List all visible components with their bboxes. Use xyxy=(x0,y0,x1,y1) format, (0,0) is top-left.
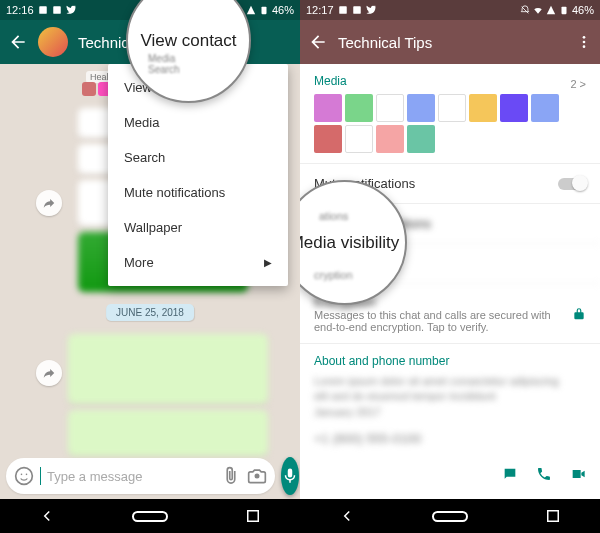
svg-rect-7 xyxy=(339,6,347,14)
svg-rect-0 xyxy=(39,6,47,14)
media-label: Media xyxy=(314,74,347,88)
signal-icon xyxy=(546,5,556,15)
left-screenshot: 12:16 46% Technical Tips Healthy Living xyxy=(0,0,300,533)
call-icon[interactable] xyxy=(536,466,552,482)
about-section: About and phone number Lorem ipsum dolor… xyxy=(300,344,600,458)
image-icon xyxy=(338,5,348,15)
about-label: About and phone number xyxy=(314,354,586,368)
svg-rect-8 xyxy=(353,6,361,14)
svg-rect-6 xyxy=(248,511,259,522)
menu-more[interactable]: More▶ xyxy=(108,245,288,280)
menu-mute[interactable]: Mute notifications xyxy=(108,175,288,210)
battery-icon xyxy=(259,5,269,15)
status-bar: 12:17 46% xyxy=(300,0,600,20)
nav-bar xyxy=(300,499,600,533)
image-icon xyxy=(38,5,48,15)
mute-toggle[interactable] xyxy=(558,178,586,190)
svg-point-4 xyxy=(21,474,23,476)
svg-rect-1 xyxy=(53,6,61,14)
battery-percent: 46% xyxy=(272,4,294,16)
battery-percent: 46% xyxy=(572,4,594,16)
status-time: 12:16 xyxy=(6,4,34,16)
about-text: Lorem ipsum dolor sit amet consectetur a… xyxy=(314,374,586,420)
nav-back-icon[interactable] xyxy=(38,507,56,525)
chevron-right-icon: ▶ xyxy=(264,257,272,268)
message-icon[interactable] xyxy=(502,466,518,482)
video-icon[interactable] xyxy=(570,466,586,482)
nav-recent-icon[interactable] xyxy=(244,507,262,525)
nav-bar xyxy=(0,499,300,533)
nav-home-icon[interactable] xyxy=(132,511,168,522)
date-chip: JUNE 25, 2018 xyxy=(106,304,194,321)
nav-home-icon[interactable] xyxy=(432,511,468,522)
twitter-icon xyxy=(66,5,76,15)
forward-button[interactable] xyxy=(36,190,62,216)
signal-icon xyxy=(246,5,256,15)
svg-line-9 xyxy=(522,7,529,14)
dnd-icon xyxy=(520,5,530,15)
svg-point-12 xyxy=(583,41,586,44)
media-thumbnails xyxy=(314,94,586,153)
menu-media[interactable]: Media xyxy=(108,105,288,140)
phone-number: +1 (800) 555-0100 xyxy=(314,430,586,448)
svg-point-11 xyxy=(583,36,586,39)
right-screenshot: 12:17 46% Technical Tips Media 2 > xyxy=(300,0,600,533)
app-icon xyxy=(52,5,62,15)
nav-back-icon[interactable] xyxy=(338,507,356,525)
app-bar: Technical Tips xyxy=(300,20,600,64)
svg-point-13 xyxy=(583,45,586,48)
camera-icon[interactable] xyxy=(247,466,267,486)
cursor xyxy=(40,467,41,485)
contact-actions xyxy=(300,458,600,490)
mic-button[interactable] xyxy=(281,457,299,495)
forward-button[interactable] xyxy=(36,360,62,386)
menu-search[interactable]: Search xyxy=(108,140,288,175)
emoji-icon[interactable] xyxy=(14,466,34,486)
nav-recent-icon[interactable] xyxy=(544,507,562,525)
back-icon[interactable] xyxy=(308,32,328,52)
message-input[interactable] xyxy=(47,469,215,484)
avatar[interactable] xyxy=(38,27,68,57)
wifi-icon xyxy=(533,5,543,15)
twitter-icon xyxy=(366,5,376,15)
back-icon[interactable] xyxy=(8,32,28,52)
page-title: Technical Tips xyxy=(338,34,566,51)
lock-icon xyxy=(572,307,586,321)
attach-icon[interactable] xyxy=(221,466,241,486)
media-count: 2 > xyxy=(570,78,586,90)
svg-rect-2 xyxy=(261,7,266,15)
more-icon[interactable] xyxy=(576,34,592,50)
svg-point-3 xyxy=(16,468,33,485)
app-icon xyxy=(352,5,362,15)
status-time: 12:17 xyxy=(306,4,334,16)
input-bar xyxy=(6,457,294,495)
battery-icon xyxy=(559,5,569,15)
svg-rect-10 xyxy=(561,7,566,15)
svg-rect-14 xyxy=(548,511,559,522)
message-input-box[interactable] xyxy=(6,458,275,494)
svg-point-5 xyxy=(26,474,28,476)
media-section[interactable]: Media 2 > xyxy=(300,64,600,164)
menu-wallpaper[interactable]: Wallpaper xyxy=(108,210,288,245)
